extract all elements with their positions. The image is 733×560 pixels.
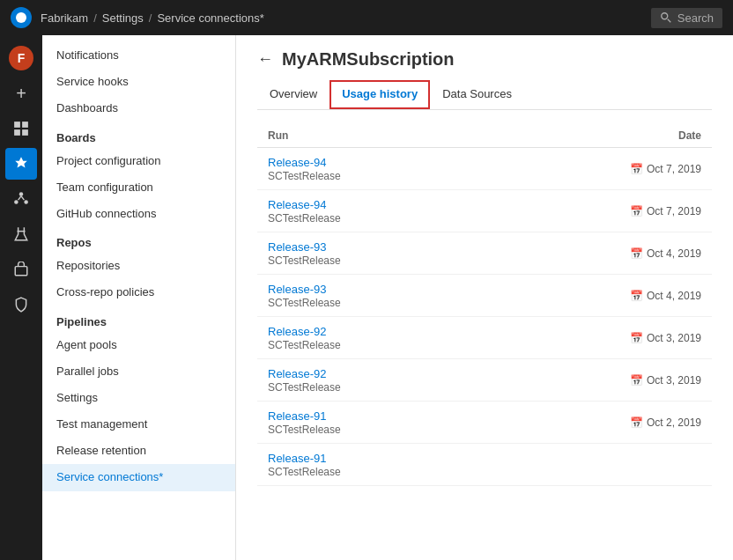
calendar-icon-4: 📅 bbox=[630, 332, 643, 344]
search-icon bbox=[660, 11, 672, 24]
run-name-1[interactable]: Release-94 bbox=[268, 198, 596, 211]
svg-rect-5 bbox=[14, 129, 20, 136]
row-run-0: Release-94 SCTestRelease bbox=[268, 156, 596, 182]
run-sub-6: SCTestRelease bbox=[268, 424, 596, 436]
breadcrumb-settings[interactable]: Settings bbox=[102, 11, 144, 25]
page-title: MyARMSubscription bbox=[282, 49, 455, 70]
test-nav-icon[interactable] bbox=[5, 218, 37, 250]
svg-line-11 bbox=[21, 196, 24, 201]
user-avatar[interactable]: F bbox=[9, 46, 33, 70]
svg-point-8 bbox=[14, 200, 19, 204]
sidebar-item-project-config[interactable]: Project configuration bbox=[42, 148, 235, 174]
svg-point-1 bbox=[662, 13, 668, 19]
sidebar-item-release-retention[interactable]: Release retention bbox=[42, 438, 235, 464]
run-name-2[interactable]: Release-93 bbox=[268, 240, 596, 254]
run-sub-7: SCTestRelease bbox=[268, 466, 596, 478]
sidebar-item-settings[interactable]: Settings bbox=[42, 385, 235, 411]
svg-point-7 bbox=[19, 192, 24, 196]
table-header: Run Date bbox=[257, 124, 712, 148]
run-sub-4: SCTestRelease bbox=[268, 339, 596, 351]
sidebar-item-team-config[interactable]: Team configuration bbox=[42, 174, 235, 201]
row-date-1: 📅Oct 7, 2019 bbox=[596, 205, 701, 217]
breadcrumb-fabrikam[interactable]: Fabrikam bbox=[41, 11, 88, 25]
date-value-4: Oct 3, 2019 bbox=[647, 332, 701, 344]
security-nav-icon[interactable] bbox=[5, 289, 37, 321]
table-row: Release-91 SCTestRelease 📅Oct 2, 2019 bbox=[257, 402, 712, 444]
boards-nav-icon[interactable] bbox=[5, 113, 37, 144]
date-value-3: Oct 4, 2019 bbox=[647, 290, 701, 302]
date-value-0: Oct 7, 2019 bbox=[647, 163, 701, 175]
repos-nav-icon[interactable] bbox=[5, 148, 37, 180]
svg-rect-6 bbox=[22, 129, 28, 136]
sidebar-item-github-connections[interactable]: GitHub connections bbox=[42, 201, 235, 227]
calendar-icon-2: 📅 bbox=[630, 247, 643, 260]
row-date-6: 📅Oct 2, 2019 bbox=[596, 416, 701, 429]
sidebar-item-repositories[interactable]: Repositories bbox=[42, 253, 235, 279]
content-header: ← MyARMSubscription bbox=[257, 49, 712, 70]
tabs: Overview Usage history Data Sources bbox=[257, 80, 712, 110]
row-run-1: Release-94 SCTestRelease bbox=[268, 198, 596, 225]
sidebar-item-service-hooks[interactable]: Service hooks bbox=[42, 69, 235, 95]
calendar-icon-5: 📅 bbox=[630, 374, 643, 387]
table-row: Release-93 SCTestRelease 📅Oct 4, 2019 bbox=[257, 275, 712, 317]
svg-rect-3 bbox=[14, 122, 20, 128]
run-sub-5: SCTestRelease bbox=[268, 381, 596, 394]
sidebar-item-dashboards[interactable]: Dashboards bbox=[42, 95, 235, 122]
row-date-5: 📅Oct 3, 2019 bbox=[596, 374, 701, 387]
run-name-4[interactable]: Release-92 bbox=[268, 325, 596, 338]
run-name-7[interactable]: Release-91 bbox=[268, 452, 596, 465]
tab-overview[interactable]: Overview bbox=[257, 80, 329, 109]
run-name-6[interactable]: Release-91 bbox=[268, 409, 596, 423]
topbar: Fabrikam / Settings / Service connection… bbox=[0, 0, 733, 35]
row-run-4: Release-92 SCTestRelease bbox=[268, 325, 596, 351]
row-run-7: Release-91 SCTestRelease bbox=[268, 452, 596, 478]
sidebar-item-notifications[interactable]: Notifications bbox=[42, 42, 235, 69]
breadcrumb-sep-1: / bbox=[93, 11, 97, 25]
run-name-3[interactable]: Release-93 bbox=[268, 283, 596, 296]
sidebar-section-boards: Boards bbox=[42, 122, 235, 148]
row-run-3: Release-93 SCTestRelease bbox=[268, 283, 596, 309]
content-area: ← MyARMSubscription Overview Usage histo… bbox=[236, 35, 733, 560]
svg-point-9 bbox=[24, 200, 28, 204]
row-run-6: Release-91 SCTestRelease bbox=[268, 409, 596, 436]
main-layout: F + Notifications Service hooks Dashboar… bbox=[0, 35, 733, 560]
table-row: Release-94 SCTestRelease 📅Oct 7, 2019 bbox=[257, 190, 712, 232]
breadcrumb: Fabrikam / Settings / Service connection… bbox=[41, 11, 651, 25]
add-button[interactable]: + bbox=[5, 77, 37, 109]
row-date-3: 📅Oct 4, 2019 bbox=[596, 290, 701, 302]
artifacts-nav-icon[interactable] bbox=[5, 254, 37, 285]
sidebar-item-test-management[interactable]: Test management bbox=[42, 411, 235, 438]
sidebar-item-parallel-jobs[interactable]: Parallel jobs bbox=[42, 358, 235, 385]
table-body: Release-94 SCTestRelease 📅Oct 7, 2019 Re… bbox=[257, 148, 712, 486]
sidebar-section-pipelines: Pipelines bbox=[42, 306, 235, 332]
search-box[interactable]: Search bbox=[651, 8, 722, 28]
run-sub-1: SCTestRelease bbox=[268, 212, 596, 225]
svg-rect-4 bbox=[22, 122, 28, 128]
calendar-icon-6: 📅 bbox=[630, 416, 643, 429]
table-row: Release-93 SCTestRelease 📅Oct 4, 2019 bbox=[257, 232, 712, 275]
tab-data-sources[interactable]: Data Sources bbox=[430, 80, 524, 109]
row-date-0: 📅Oct 7, 2019 bbox=[596, 163, 701, 175]
back-button[interactable]: ← bbox=[257, 50, 273, 69]
row-date-2: 📅Oct 4, 2019 bbox=[596, 247, 701, 260]
calendar-icon-1: 📅 bbox=[630, 205, 643, 217]
app-logo bbox=[11, 7, 32, 28]
row-run-2: Release-93 SCTestRelease bbox=[268, 240, 596, 267]
run-name-0[interactable]: Release-94 bbox=[268, 156, 596, 169]
sidebar-item-service-connections[interactable]: Service connections* bbox=[42, 464, 235, 490]
col-header-date: Date bbox=[596, 129, 701, 142]
svg-point-0 bbox=[16, 12, 26, 23]
run-sub-2: SCTestRelease bbox=[268, 254, 596, 267]
pipelines-nav-icon[interactable] bbox=[5, 183, 37, 215]
calendar-icon-0: 📅 bbox=[630, 163, 643, 175]
run-name-5[interactable]: Release-92 bbox=[268, 367, 596, 380]
tab-usage-history[interactable]: Usage history bbox=[329, 80, 430, 109]
run-sub-3: SCTestRelease bbox=[268, 297, 596, 309]
sidebar-item-agent-pools[interactable]: Agent pools bbox=[42, 332, 235, 358]
table-row: Release-94 SCTestRelease 📅Oct 7, 2019 bbox=[257, 148, 712, 190]
sidebar-item-cross-repo-policies[interactable]: Cross-repo policies bbox=[42, 279, 235, 306]
row-date-4: 📅Oct 3, 2019 bbox=[596, 332, 701, 344]
date-value-6: Oct 2, 2019 bbox=[647, 416, 701, 429]
date-value-1: Oct 7, 2019 bbox=[647, 205, 701, 217]
date-value-5: Oct 3, 2019 bbox=[647, 374, 701, 387]
